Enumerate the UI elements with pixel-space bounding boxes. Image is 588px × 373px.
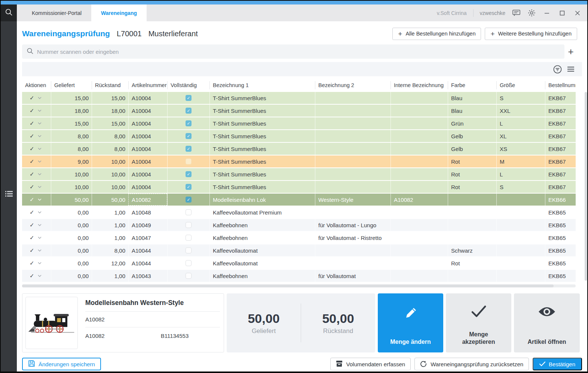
cell-aktionen[interactable]: ✓ (22, 206, 51, 218)
cell-aktionen[interactable]: ✓ (22, 194, 51, 206)
menu-icon[interactable] (567, 66, 575, 72)
cell-bezeichnung1[interactable]: T-Shirt SummerBlues (209, 168, 315, 180)
cell-bestellnummer[interactable]: EKB67 (545, 168, 576, 180)
cell-interne-bezeichnung[interactable] (391, 155, 448, 167)
cell-interne-bezeichnung[interactable] (391, 92, 448, 104)
cell-farbe[interactable] (448, 194, 496, 206)
cell-aktionen[interactable]: ✓ (22, 117, 51, 129)
complete-checkbox[interactable]: ✓ (186, 184, 192, 190)
row-accept-check-icon[interactable]: ✓ (30, 133, 34, 139)
cell-rueckstand[interactable]: 18,00 (92, 105, 128, 117)
cell-rueckstand[interactable]: 1,00 (92, 232, 128, 244)
cell-vollstaendig[interactable]: ✓ (167, 92, 209, 104)
cell-farbe[interactable]: Rot (448, 155, 496, 167)
cell-aktionen[interactable]: ✓ (22, 181, 51, 193)
chevron-down-icon[interactable] (38, 186, 42, 188)
cell-geliefert[interactable]: 15,00 (51, 92, 92, 104)
cell-bezeichnung1[interactable]: T-Shirt SummerBlues (209, 92, 315, 104)
complete-checkbox[interactable] (186, 235, 192, 241)
cell-bestellnummer[interactable]: EKB67 (545, 155, 576, 167)
cell-geliefert[interactable]: 9,00 (51, 155, 92, 167)
cell-aktionen[interactable]: ✓ (22, 168, 51, 180)
cell-bezeichnung2[interactable]: für Vollautomat - Lungo (315, 219, 391, 231)
cell-artikelnummer[interactable]: A10004 (128, 117, 167, 129)
complete-checkbox[interactable] (186, 158, 192, 164)
complete-checkbox[interactable]: ✓ (186, 95, 192, 101)
cell-rueckstand[interactable]: 1,00 (92, 206, 128, 218)
cell-rueckstand[interactable]: 15,00 (92, 117, 128, 129)
cell-artikelnummer[interactable]: A10048 (128, 206, 167, 218)
cell-aktionen[interactable]: ✓ (22, 155, 51, 167)
cell-interne-bezeichnung[interactable]: A10082 (391, 194, 448, 206)
vertical-scrollbar[interactable] (585, 92, 587, 281)
cell-geliefert[interactable]: 15,00 (51, 117, 92, 129)
cell-vollstaendig[interactable] (167, 270, 209, 282)
complete-checkbox[interactable] (186, 222, 192, 228)
cell-artikelnummer[interactable]: A10049 (128, 219, 167, 231)
cell-interne-bezeichnung[interactable] (391, 168, 448, 180)
cell-rueckstand[interactable]: 8,00 (92, 130, 128, 142)
cell-groesse[interactable]: L (496, 117, 545, 129)
table-row[interactable]: ✓0,001,00A10047Kaffeebohnenfür Vollautom… (22, 232, 576, 244)
cell-farbe[interactable] (448, 270, 496, 282)
filter-icon[interactable] (553, 65, 562, 74)
table-row[interactable]: ✓0,001,00A10048Kaffeevollautomat Premium… (22, 206, 576, 219)
cell-interne-bezeichnung[interactable] (391, 130, 448, 142)
add-row-plus-icon[interactable]: + (564, 46, 577, 58)
table-row[interactable]: ✓8,008,00A10004✓T-Shirt SummerBluesGelbX… (22, 143, 576, 155)
chevron-down-icon[interactable] (38, 97, 42, 99)
cell-artikelnummer[interactable]: A10004 (128, 105, 167, 117)
cell-groesse[interactable] (496, 206, 545, 218)
row-accept-check-icon[interactable]: ✓ (30, 95, 34, 101)
cell-vollstaendig[interactable] (167, 206, 209, 218)
chevron-down-icon[interactable] (38, 160, 42, 163)
complete-checkbox[interactable]: ✓ (186, 120, 192, 126)
chevron-down-icon[interactable] (38, 198, 42, 201)
table-row[interactable]: ✓9,0010,00A10004T-Shirt SummerBluesRotME… (22, 155, 576, 168)
cell-bezeichnung2[interactable] (315, 117, 391, 129)
save-changes-button[interactable]: Änderungen speichern (22, 358, 101, 370)
column-header-7[interactable]: Interne Bezeichnung (391, 81, 448, 89)
cell-vollstaendig[interactable]: ✓ (167, 105, 209, 117)
cell-geliefert[interactable]: 0,00 (51, 270, 92, 282)
cell-bezeichnung2[interactable] (315, 155, 391, 167)
chevron-down-icon[interactable] (38, 224, 42, 226)
chevron-down-icon[interactable] (38, 262, 42, 265)
cell-geliefert[interactable]: 0,00 (51, 232, 92, 244)
table-row[interactable]: ✓0,0012,00A10044KaffeevollautomatRotEKB6… (22, 257, 576, 270)
table-row[interactable]: ✓0,008,00A10044KaffeevollautomatSchwarzE… (22, 244, 576, 257)
cell-rueckstand[interactable]: 10,00 (92, 168, 128, 180)
cell-farbe[interactable]: Rot (448, 168, 496, 180)
sidebar-list-button[interactable] (1, 191, 17, 199)
cell-bezeichnung2[interactable] (315, 244, 391, 256)
change-quantity-button[interactable]: Menge ändern (378, 293, 443, 352)
chevron-down-icon[interactable] (38, 173, 42, 176)
cell-aktionen[interactable]: ✓ (22, 105, 51, 117)
cell-geliefert[interactable]: 50,00 (51, 194, 92, 206)
cell-aktionen[interactable]: ✓ (22, 219, 51, 231)
accept-quantity-button[interactable]: Menge akzeptieren (446, 293, 511, 352)
cell-vollstaendig[interactable]: ✓ (167, 181, 209, 193)
cell-aktionen[interactable]: ✓ (22, 244, 51, 256)
cell-bezeichnung1[interactable]: T-Shirt SummerBlues (209, 181, 315, 193)
cell-bestellnummer[interactable]: EKB67 (545, 181, 576, 193)
column-header-6[interactable]: Bezeichnung 2 (315, 81, 391, 89)
cell-artikelnummer[interactable]: A10044 (128, 244, 167, 256)
column-header-1[interactable]: Geliefert (51, 81, 92, 89)
cell-farbe[interactable]: Gelb (448, 130, 496, 142)
confirm-button[interactable]: Bestätigen (533, 358, 582, 370)
cell-bestellnummer[interactable]: EKB65 (545, 257, 576, 269)
cell-bezeichnung1[interactable]: Kaffeevollautomat (209, 257, 315, 269)
cell-geliefert[interactable]: 0,00 (51, 206, 92, 218)
table-row[interactable]: ✓50,0050,00A10082✓Modelleisenbahn LokWes… (22, 194, 576, 206)
complete-checkbox[interactable]: ✓ (186, 133, 192, 139)
cell-artikelnummer[interactable]: A10004 (128, 155, 167, 167)
table-row[interactable]: ✓18,0018,00A10004✓T-Shirt SummerBluesBla… (22, 105, 576, 117)
complete-checkbox[interactable]: ✓ (186, 171, 192, 177)
column-header-3[interactable]: Artikelnummer (128, 81, 167, 89)
cell-groesse[interactable]: L (496, 168, 545, 180)
row-accept-check-icon[interactable]: ✓ (30, 196, 34, 203)
cell-artikelnummer[interactable]: A10004 (128, 92, 167, 104)
cell-groesse[interactable]: S (496, 181, 545, 193)
cell-bezeichnung1[interactable]: Kaffeebohnen (209, 270, 315, 282)
